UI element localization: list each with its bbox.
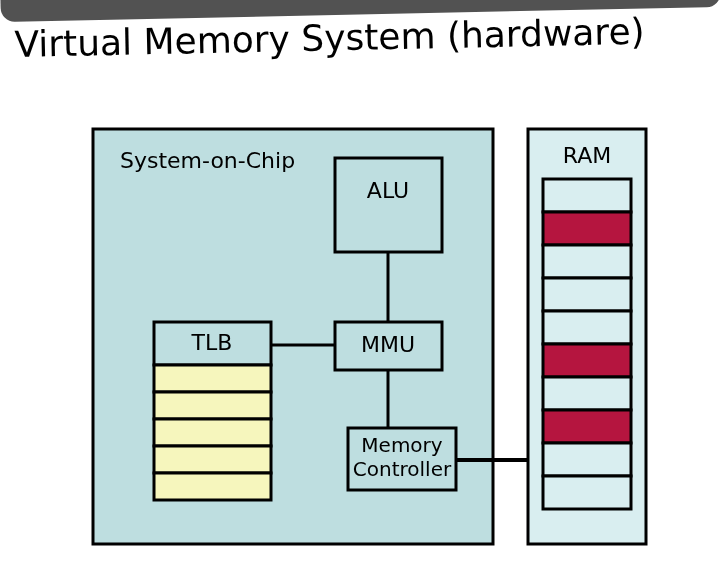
tlb-box: TLB: [154, 322, 271, 500]
mmu-box: MMU: [335, 322, 442, 370]
ram-row: [543, 179, 631, 212]
tlb-row: [154, 419, 271, 446]
soc-label: System-on-Chip: [120, 148, 295, 173]
tlb-row: [154, 473, 271, 500]
ram-row: [543, 344, 631, 377]
tlb-row: [154, 365, 271, 392]
ram-row: [543, 443, 631, 476]
diagram-stage: System-on-Chip ALU TLB MMU Memory: [0, 0, 720, 570]
ram-row: [543, 377, 631, 410]
memctrl-label-2: Controller: [353, 457, 452, 481]
slide: Virtual Memory System (hardware) System-…: [0, 0, 720, 570]
ram-row: [543, 278, 631, 311]
ram-row: [543, 245, 631, 278]
diagram-svg: System-on-Chip ALU TLB MMU Memory: [0, 0, 720, 570]
alu-label: ALU: [367, 178, 409, 203]
ram-row: [543, 212, 631, 245]
tlb-row: [154, 446, 271, 473]
tlb-label: TLB: [191, 330, 233, 355]
tlb-row: [154, 392, 271, 419]
memctrl-label-1: Memory: [361, 433, 443, 457]
mmu-label: MMU: [361, 332, 415, 357]
ram-label: RAM: [563, 143, 611, 168]
memctrl-box: Memory Controller: [348, 428, 456, 490]
ram-row: [543, 410, 631, 443]
ram-row: [543, 311, 631, 344]
ram-rows: [543, 179, 631, 509]
alu-box: ALU: [335, 158, 442, 252]
tlb-rows: [154, 365, 271, 500]
ram-row: [543, 476, 631, 509]
svg-rect-1: [335, 158, 442, 252]
ram-box: RAM: [528, 129, 646, 544]
